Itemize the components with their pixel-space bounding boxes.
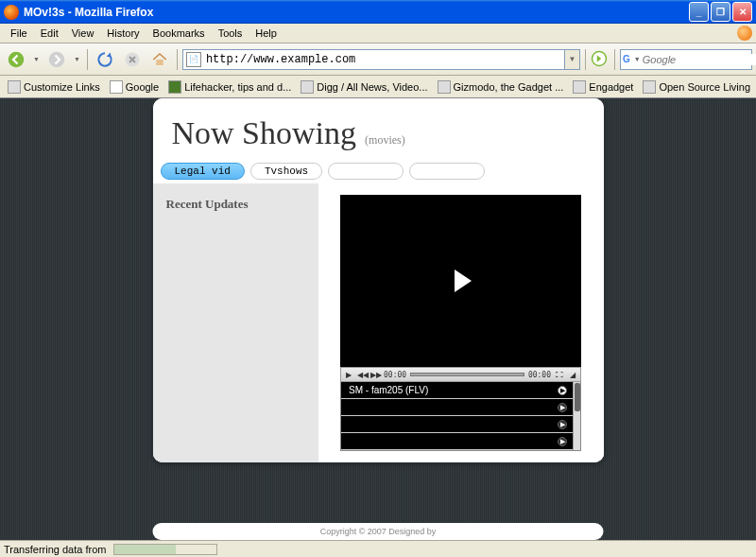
playlist: SM - fam205 (FLV)▶ SM - fam206 (FLV)▶ SM… [340,382,581,451]
video-stage[interactable] [340,195,581,367]
status-text: Transferring data from [4,544,106,555]
page-icon: 📄 [186,52,201,67]
sidebar: Recent Updates [153,183,318,462]
menu-file[interactable]: File [4,26,34,41]
close-button[interactable]: ✕ [732,2,752,22]
page-header: Now Showing (movies) [153,98,604,159]
minimize-button[interactable]: _ [689,2,709,22]
playlist-item[interactable]: SM - fam208 (FLV)▶ [341,433,580,450]
next-button[interactable]: ▶▶ [370,371,380,379]
bookmark-google[interactable]: Google [106,78,163,96]
back-dropdown[interactable]: ▼ [31,56,42,62]
search-input[interactable] [643,54,756,65]
url-bar[interactable]: 📄 ▼ [182,49,580,70]
menu-edit[interactable]: Edit [34,26,65,41]
page-footer: Copyright © 2007 Designed by [153,523,604,540]
playlist-item[interactable]: SM - fam207 (FLV)▶ [341,416,580,433]
bookmark-gizmodo[interactable]: Gizmodo, the Gadget ... [434,78,568,96]
search-box[interactable]: G ▼ [620,49,752,70]
window-titlebar: MOv!3s - Mozilla Firefox _ ❐ ✕ [0,0,756,24]
menu-view[interactable]: View [65,26,101,41]
seek-bar[interactable] [410,373,524,376]
window-title: MOv!3s - Mozilla Firefox [24,6,689,19]
menu-help[interactable]: Help [249,26,284,41]
go-button[interactable] [591,50,610,69]
menu-history[interactable]: History [100,26,146,41]
bookmark-customize[interactable]: Customize Links [4,78,104,96]
play-icon[interactable] [455,270,472,292]
forward-dropdown[interactable]: ▼ [72,56,82,62]
play-indicator-icon: ▶ [558,403,567,412]
fullscreen-button[interactable]: ⛶ [555,371,564,379]
url-dropdown[interactable]: ▼ [564,50,579,69]
svg-point-1 [49,51,65,67]
page-card: Now Showing (movies) Legal vid Tvshows R… [153,98,604,462]
nav-toolbar: ▼ ▼ 📄 ▼ G ▼ [0,44,756,76]
reload-button[interactable] [93,47,117,72]
play-indicator-icon: ▶ [558,420,567,429]
page-title: Now Showing [172,115,357,150]
bookmarks-bar: Customize Links Google Lifehacker, tips … [0,76,756,98]
tab-legal-vid[interactable]: Legal vid [161,163,245,180]
bookmark-lifehacker[interactable]: Lifehacker, tips and d... [164,78,295,96]
activity-icon [737,26,752,41]
status-bar: Transferring data from [0,540,756,557]
tab-tvshows[interactable]: Tvshows [250,163,322,180]
search-engine-dropdown[interactable]: ▼ [632,56,643,62]
play-pause-button[interactable]: ▶ [344,371,353,379]
time-total: 00:00 [528,371,551,379]
video-player: ▶ ◀◀ ▶▶ 00:00 00:00 ⛶ ◢ [340,195,581,451]
tabs-row: Legal vid Tvshows [153,163,604,180]
bookmark-engadget[interactable]: Engadget [569,78,637,96]
time-elapsed: 00:00 [384,371,406,379]
maximize-button[interactable]: ❐ [711,2,730,22]
play-indicator-icon: ▶ [558,386,567,395]
menu-bar: File Edit View History Bookmarks Tools H… [0,24,756,44]
main-column: ▶ ◀◀ ▶▶ 00:00 00:00 ⛶ ◢ [318,183,604,462]
volume-button[interactable]: ◢ [568,371,577,379]
content-viewport: Now Showing (movies) Legal vid Tvshows R… [0,98,756,540]
stop-button[interactable] [120,47,145,72]
prev-button[interactable]: ◀◀ [357,371,367,379]
player-controls: ▶ ◀◀ ▶▶ 00:00 00:00 ⛶ ◢ [340,367,581,382]
tab-empty-2[interactable] [409,163,485,180]
svg-rect-3 [156,60,163,65]
home-button[interactable] [147,47,172,72]
bookmark-opensource[interactable]: Open Source Living [639,78,754,96]
url-input[interactable] [204,51,564,68]
google-icon: G [623,52,630,67]
playlist-scrollbar[interactable] [573,382,580,450]
back-button[interactable] [4,47,28,72]
sidebar-heading: Recent Updates [166,197,305,212]
playlist-item[interactable]: SM - fam206 (FLV)▶ [341,399,580,416]
play-indicator-icon: ▶ [558,437,567,446]
page-subtitle: (movies) [365,133,405,147]
tab-empty-1[interactable] [328,163,404,180]
progress-bar [113,544,217,555]
playlist-item[interactable]: SM - fam205 (FLV)▶ [341,382,580,399]
firefox-icon [4,5,19,20]
bookmark-digg[interactable]: Digg / All News, Video... [297,78,431,96]
menu-tools[interactable]: Tools [212,26,249,41]
svg-point-0 [9,51,25,67]
menu-bookmarks[interactable]: Bookmarks [146,26,212,41]
forward-button[interactable] [44,47,69,72]
